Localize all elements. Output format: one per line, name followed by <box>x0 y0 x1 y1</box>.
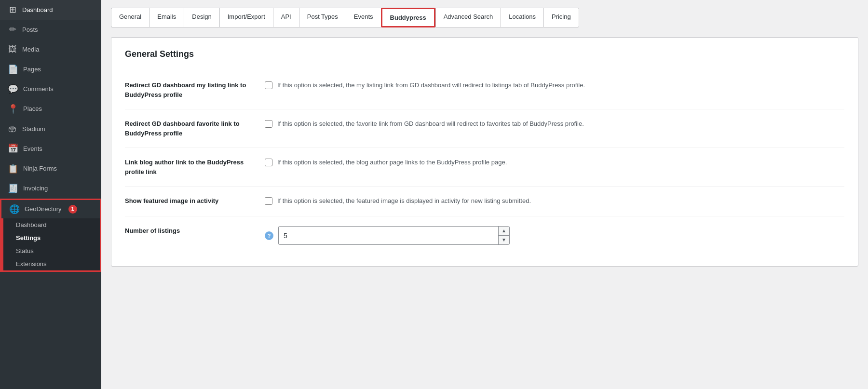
checkbox-wrapper-redirect-favorite <box>265 120 272 129</box>
sidebar-item-stadium[interactable]: 🏟 Stadium <box>0 119 101 139</box>
posts-icon: ✏ <box>8 24 17 36</box>
sidebar-item-label: Ninja Forms <box>23 164 57 173</box>
sidebar-item-label: Stadium <box>22 125 45 134</box>
setting-control-redirect-favorite: If this option is selected, the favorite… <box>265 119 844 129</box>
setting-row-link-blog-author: Link blog author link to the BuddyPress … <box>125 148 844 187</box>
number-input-container: ▲ ▼ <box>278 226 510 245</box>
tab-events[interactable]: Events <box>346 8 381 27</box>
tabs-container: General Emails Design Import/Export API … <box>111 8 858 27</box>
checkbox-wrapper-link-blog-author <box>265 159 272 168</box>
sidebar-item-label: Places <box>23 105 42 113</box>
sidebar-item-invoicing[interactable]: 🧾 Invoicing <box>0 179 101 199</box>
setting-label-redirect-listing: Redirect GD dashboard my listing link to… <box>125 80 250 99</box>
dashboard-icon: ⊞ <box>8 4 17 16</box>
setting-label-redirect-favorite: Redirect GD dashboard favorite link to B… <box>125 119 250 138</box>
sidebar-item-media[interactable]: 🖼 Media <box>0 40 101 59</box>
sidebar-item-events[interactable]: 📅 Events <box>0 139 101 159</box>
checkbox-wrapper-redirect-listing <box>265 81 272 91</box>
tab-api[interactable]: API <box>273 8 299 27</box>
setting-control-redirect-listing: If this option is selected, the my listi… <box>265 80 844 91</box>
sidebar-item-pages[interactable]: 📄 Pages <box>0 60 101 80</box>
pages-icon: 📄 <box>8 64 18 76</box>
submenu-item-settings[interactable]: Settings <box>3 231 100 244</box>
tab-buddypress[interactable]: Buddypress <box>381 8 435 27</box>
notification-badge: 1 <box>68 205 77 214</box>
stadium-icon: 🏟 <box>8 123 17 135</box>
submenu-item-dashboard[interactable]: Dashboard <box>3 218 100 231</box>
setting-row-redirect-favorite: Redirect GD dashboard favorite link to B… <box>125 109 844 148</box>
tab-emails[interactable]: Emails <box>149 8 184 27</box>
media-icon: 🖼 <box>8 43 17 55</box>
setting-row-number-of-listings: Number of listings ? ▲ ▼ <box>125 216 844 255</box>
checkbox-redirect-listing[interactable] <box>265 81 272 89</box>
sidebar-item-label: Pages <box>23 65 41 74</box>
setting-control-show-featured-image: If this option is selected, the featured… <box>265 196 844 206</box>
sidebar-item-label: Events <box>23 145 42 153</box>
geodirectory-submenu: Dashboard Settings Status Extensions <box>1 218 100 270</box>
spinner-up-button[interactable]: ▲ <box>499 227 509 236</box>
sidebar-item-label: Invoicing <box>23 184 48 193</box>
sidebar-item-label: Posts <box>22 26 38 34</box>
invoicing-icon: 🧾 <box>8 183 18 195</box>
help-icon[interactable]: ? <box>265 231 273 240</box>
checkbox-wrapper-show-featured-image <box>265 197 272 206</box>
sidebar-item-label: GeoDirectory <box>25 205 62 213</box>
geodirectory-icon: 🌐 <box>9 204 20 215</box>
setting-description-redirect-favorite: If this option is selected, the favorite… <box>277 119 844 129</box>
number-spinners: ▲ ▼ <box>498 227 509 244</box>
sidebar-item-label: Media <box>22 45 39 54</box>
sidebar-item-geodirectory[interactable]: 🌐 GeoDirectory 1 <box>1 200 100 218</box>
tab-pricing[interactable]: Pricing <box>543 8 579 27</box>
submenu-item-status[interactable]: Status <box>3 244 100 257</box>
setting-control-number-of-listings: ? ▲ ▼ <box>265 226 844 245</box>
setting-description-show-featured-image: If this option is selected, the featured… <box>277 196 844 206</box>
sidebar-item-places[interactable]: 📍 Places <box>0 99 101 119</box>
tab-post-types[interactable]: Post Types <box>299 8 346 27</box>
setting-description-link-blog-author: If this option is selected, the blog aut… <box>277 158 844 168</box>
tab-design[interactable]: Design <box>184 8 219 27</box>
tab-import-export[interactable]: Import/Export <box>219 8 273 27</box>
events-icon: 📅 <box>8 143 18 155</box>
setting-label-show-featured-image: Show featured image in activity <box>125 196 250 206</box>
setting-label-link-blog-author: Link blog author link to the BuddyPress … <box>125 158 250 176</box>
sidebar-item-label: Dashboard <box>22 6 53 14</box>
setting-control-link-blog-author: If this option is selected, the blog aut… <box>265 158 844 168</box>
comments-icon: 💬 <box>8 83 18 95</box>
settings-panel: General Settings Redirect GD dashboard m… <box>111 37 858 267</box>
main-content: General Emails Design Import/Export API … <box>101 0 868 389</box>
tab-general[interactable]: General <box>111 8 149 27</box>
tab-locations[interactable]: Locations <box>501 8 543 27</box>
settings-title: General Settings <box>125 49 844 59</box>
number-input-row: ? ▲ ▼ <box>265 226 510 245</box>
spinner-down-button[interactable]: ▼ <box>499 236 509 244</box>
setting-label-number-of-listings: Number of listings <box>125 226 250 236</box>
sidebar-item-posts[interactable]: ✏ Posts <box>0 20 101 40</box>
checkbox-show-featured-image[interactable] <box>265 197 272 205</box>
sidebar: ⊞ Dashboard ✏ Posts 🖼 Media 📄 Pages 💬 Co… <box>0 0 101 389</box>
setting-description-redirect-listing: If this option is selected, the my listi… <box>277 80 844 91</box>
checkbox-link-blog-author[interactable] <box>265 159 272 166</box>
places-icon: 📍 <box>8 103 18 115</box>
sidebar-item-label: Comments <box>23 85 54 94</box>
sidebar-item-comments[interactable]: 💬 Comments <box>0 80 101 99</box>
ninja-forms-icon: 📋 <box>8 163 18 175</box>
tab-advanced-search[interactable]: Advanced Search <box>435 8 501 27</box>
setting-row-redirect-listing: Redirect GD dashboard my listing link to… <box>125 71 844 109</box>
setting-row-show-featured-image: Show featured image in activity If this … <box>125 187 844 216</box>
number-of-listings-input[interactable] <box>279 228 498 243</box>
sidebar-item-ninja-forms[interactable]: 📋 Ninja Forms <box>0 159 101 179</box>
sidebar-item-dashboard[interactable]: ⊞ Dashboard <box>0 0 101 20</box>
submenu-item-extensions[interactable]: Extensions <box>3 257 100 270</box>
checkbox-redirect-favorite[interactable] <box>265 120 272 128</box>
